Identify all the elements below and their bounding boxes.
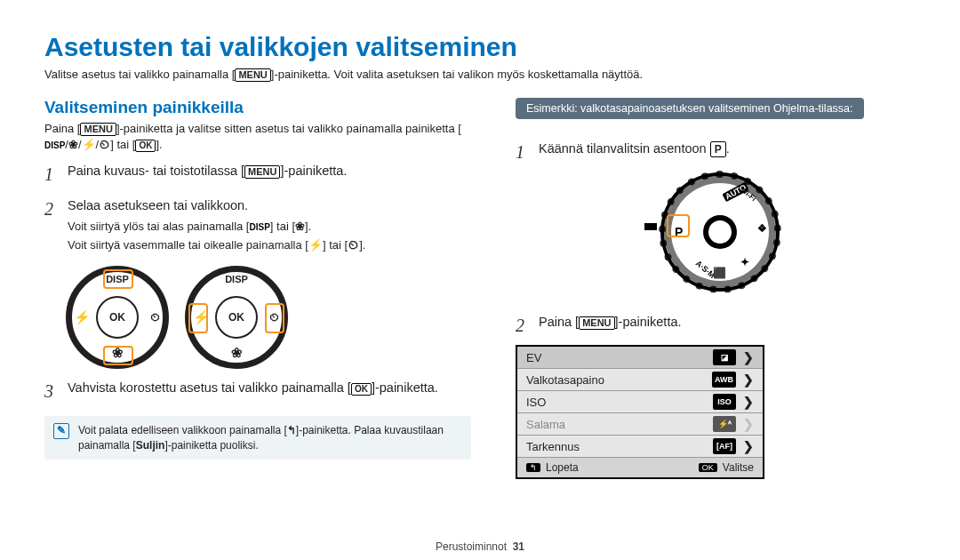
t: Vahvista korostettu asetus tai valikko p… xyxy=(68,380,351,395)
t: Paina [ xyxy=(539,315,579,329)
step-number: 1 xyxy=(44,163,60,187)
footer-back-label: Lopeta xyxy=(546,461,579,474)
chevron-right-icon: ❯ xyxy=(743,372,754,387)
right-step-2: 2 Paina [MENU]-painiketta. xyxy=(516,314,916,338)
disp-icon: DISP xyxy=(44,140,65,152)
menu-label-icon: MENU xyxy=(235,68,270,82)
timer-icon: ⏲ xyxy=(150,311,161,324)
mode-dial: AUTO Wi-Fi P A·S·M ⬛ ✦ ❖ xyxy=(640,170,791,303)
menu-row-wb[interactable]: Valkotasapaino AWB❯ xyxy=(517,368,763,390)
section-paragraph: Paina [MENU]-painiketta ja valitse sitte… xyxy=(44,121,471,152)
t: ] tai [ xyxy=(270,220,295,233)
menu-row-iso[interactable]: ISO ISO❯ xyxy=(517,390,763,412)
footer-ok-label: Valitse xyxy=(723,461,754,474)
menu-item-label: Valkotasapaino xyxy=(526,373,604,387)
control-wheel-horizontal: OK DISP ❀ ⚡ ⏲ xyxy=(185,266,288,369)
left-column: Valitseminen painikkeilla Paina [MENU]-p… xyxy=(44,98,471,479)
t: Voit siirtyä vasemmalle tai oikealle pai… xyxy=(68,238,308,252)
step-number: 2 xyxy=(516,314,532,338)
wheel-ok-button: OK xyxy=(96,296,139,339)
menu-footer-back[interactable]: ↰ Lopeta xyxy=(526,461,579,474)
menu-row-ev[interactable]: EV ◪❯ xyxy=(517,347,763,368)
step-3: 3 Vahvista korostettu asetus tai valikko… xyxy=(44,380,471,404)
t: Voit palata edelliseen valikkoon painama… xyxy=(78,424,287,436)
disp-icon: DISP xyxy=(249,221,269,234)
chevron-right-icon: ❯ xyxy=(743,350,754,364)
wheel-disp-label: DISP xyxy=(225,274,248,284)
menu-footer: ↰ Lopeta OK Valitse xyxy=(517,457,763,477)
step-substep: Voit siirtyä vasemmalle tai oikealle pai… xyxy=(68,237,471,253)
footer-section: Perustoiminnot xyxy=(436,540,507,553)
intro-after: ]-painiketta. Voit valita asetuksen tai … xyxy=(271,68,643,81)
ev-icon: ◪ xyxy=(713,349,736,365)
dial-scene-icon: ✦ xyxy=(740,256,749,268)
step-2: 2 Selaa asetukseen tai valikkoon. Voit s… xyxy=(44,197,471,253)
menu-row-salama: Salama ⚡ᴬ❯ xyxy=(517,412,763,435)
step-number: 2 xyxy=(44,197,60,253)
note-bold: Suljin xyxy=(136,439,165,452)
control-wheels: OK DISP ❀ ⚡ ⏲ OK DISP ❀ ⚡ ⏲ xyxy=(66,266,471,369)
step-number: 3 xyxy=(44,380,60,404)
ok-icon: OK xyxy=(135,140,156,152)
control-wheel-vertical: OK DISP ❀ ⚡ ⏲ xyxy=(66,266,169,369)
footer-page-number: 31 xyxy=(513,540,524,553)
highlight-box xyxy=(265,303,284,333)
t: ]-painiketta ja valitse sitten asetus ta… xyxy=(116,122,461,135)
flash-icon: ⚡ xyxy=(82,138,96,151)
page-title: Asetusten tai valikkojen valitseminen xyxy=(44,32,916,62)
t: ]. xyxy=(156,138,162,151)
t: Paina [ xyxy=(44,122,80,135)
af-icon: [AF] xyxy=(713,438,736,454)
step-1: 1 Paina kuvaus- tai toistotilassa [MENU]… xyxy=(44,163,471,187)
t: ] tai [ xyxy=(110,138,135,151)
chevron-right-icon: ❯ xyxy=(743,417,754,431)
t: Käännä tilanvalitsin asentoon xyxy=(539,141,710,156)
menu-item-label: Salama xyxy=(526,418,565,431)
timer-icon: ⏲ xyxy=(99,138,110,151)
awb-icon: AWB xyxy=(712,372,736,388)
back-key-icon: ↰ xyxy=(526,463,540,472)
t: ]-painiketta puoliksi. xyxy=(164,439,258,452)
back-icon: ↰ xyxy=(287,424,296,436)
note-box: ✎ Voit palata edelliseen valikkoon paina… xyxy=(44,416,471,460)
settings-menu: EV ◪❯ Valkotasapaino AWB❯ ISO ISO❯ Salam… xyxy=(516,345,764,479)
wheel-ok-button: OK xyxy=(215,296,258,339)
menu-item-label: EV xyxy=(526,351,541,364)
highlight-box xyxy=(667,214,690,237)
section-subhead: Valitseminen painikkeilla xyxy=(44,98,471,117)
highlight-box xyxy=(188,303,208,333)
p-mode-icon: P xyxy=(710,141,726,157)
menu-item-label: Tarkennus xyxy=(526,440,580,453)
macro-flower-icon: ❀ xyxy=(295,220,305,233)
t: ]. xyxy=(359,238,365,252)
right-column: Esimerkki: valkotasapainoasetuksen valit… xyxy=(516,98,916,479)
t: . xyxy=(726,141,730,156)
note-icon: ✎ xyxy=(53,423,69,439)
macro-flower-icon: ❀ xyxy=(231,345,243,361)
highlight-box xyxy=(103,269,133,289)
t: ]-painiketta. xyxy=(372,380,438,395)
dial-indicator-icon xyxy=(644,223,657,230)
t: ]-painiketta. xyxy=(280,164,347,178)
menu-label-icon: MENU xyxy=(579,316,614,330)
highlight-box xyxy=(103,346,133,365)
menu-label-icon: MENU xyxy=(80,123,116,136)
flash-icon: ⚡ xyxy=(74,309,91,325)
t: Voit siirtyä ylös tai alas painamalla [ xyxy=(68,220,249,233)
chevron-right-icon: ❯ xyxy=(743,439,754,453)
dial-scene-icon: ⬛ xyxy=(713,267,726,279)
step-text: Selaa asetukseen tai valikkoon. xyxy=(68,197,471,215)
flash-auto-icon: ⚡ᴬ xyxy=(713,416,736,432)
chevron-right-icon: ❯ xyxy=(743,395,754,409)
note-text: Voit palata edelliseen valikkoon painama… xyxy=(78,423,462,453)
example-label: Esimerkki: valkotasapainoasetuksen valit… xyxy=(516,98,864,119)
menu-row-tarkennus[interactable]: Tarkennus [AF]❯ xyxy=(517,435,763,457)
t: Paina kuvaus- tai toistotilassa [ xyxy=(68,164,244,178)
intro-before: Valitse asetus tai valikko painamalla [ xyxy=(44,68,235,81)
dial-center xyxy=(707,219,733,245)
menu-item-label: ISO xyxy=(526,396,546,409)
timer-icon: ⏲ xyxy=(348,238,359,252)
menu-label-icon: MENU xyxy=(244,165,280,179)
ok-key-icon: OK xyxy=(699,463,717,472)
menu-footer-ok[interactable]: OK Valitse xyxy=(699,461,754,474)
